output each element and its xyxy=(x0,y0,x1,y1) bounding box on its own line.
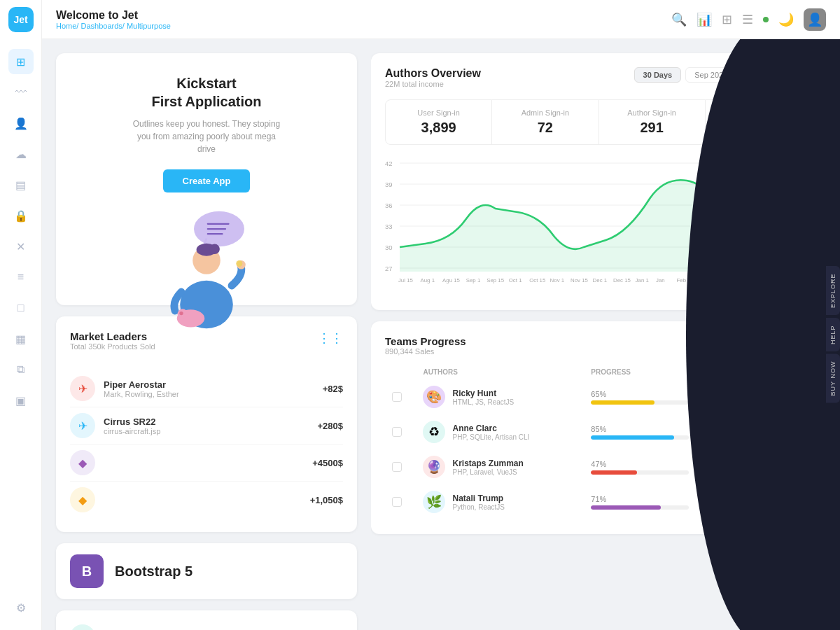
kickstart-card: Kickstart First Application Outlines kee… xyxy=(56,53,357,305)
sidebar-item-list[interactable]: ▤ xyxy=(8,172,34,197)
market-leaders-title: Market Leaders xyxy=(70,330,155,342)
svg-text:Dec 1: Dec 1 xyxy=(593,277,608,284)
help-tab[interactable]: Help xyxy=(826,318,840,351)
explore-tab[interactable]: Explore xyxy=(826,267,840,316)
sidebar-item-layers[interactable]: ⧉ xyxy=(8,357,34,382)
illustration xyxy=(144,204,270,330)
bootstrap-card: B Bootstrap 5 xyxy=(56,543,357,599)
progress-bar xyxy=(591,470,689,475)
progress-bar xyxy=(591,435,689,440)
stat-admin-signin: Admin Sign-in 72 xyxy=(492,100,598,144)
row-author-cell: ♻ Anne Clarc PHP, SQLite, Artisan CLI xyxy=(417,415,584,449)
teams-title: Teams Progress xyxy=(385,335,686,347)
svg-text:33: 33 xyxy=(385,223,393,230)
progress-bar xyxy=(591,400,689,405)
tab-30days[interactable]: 30 Days xyxy=(634,67,682,83)
author-avatar: ♻ xyxy=(423,421,445,443)
row-checkbox xyxy=(386,380,416,414)
menu-icon[interactable]: ☰ xyxy=(742,12,753,27)
kickstart-title: Kickstart First Application xyxy=(151,74,261,111)
sidebar-item-settings[interactable]: ⚙ xyxy=(8,595,34,620)
market-logo-4: ◆ xyxy=(70,487,95,512)
author-avatar: 🎨 xyxy=(423,386,445,408)
market-item-5: ◆ Cessna SF150 cessna-aircraft.class.jsp… xyxy=(70,619,343,630)
svg-text:Agu 15: Agu 15 xyxy=(442,277,460,284)
header: Welcome to Jet Home/ Dashboards/ Multipu… xyxy=(42,0,840,39)
svg-text:Jan 1: Jan 1 xyxy=(636,277,649,284)
sidebar-item-analytics[interactable]: 〰 xyxy=(8,80,34,105)
svg-text:Oct 1: Oct 1 xyxy=(509,277,522,284)
market-logo-1: ✈ xyxy=(70,376,95,401)
svg-text:Nov 1: Nov 1 xyxy=(550,277,565,284)
svg-text:Sep 1: Sep 1 xyxy=(466,277,481,284)
market-logo-2: ✈ xyxy=(70,413,95,438)
main-wrapper: Welcome to Jet Home/ Dashboards/ Multipu… xyxy=(42,0,840,630)
svg-text:Nov 15: Nov 15 xyxy=(570,277,588,284)
sidebar-item-inbox[interactable]: □ xyxy=(8,295,34,321)
sidebar-item-menu[interactable]: ≡ xyxy=(8,265,34,290)
apps-icon[interactable]: ⊞ xyxy=(722,12,732,27)
row-checkbox xyxy=(386,485,416,519)
progress-bar xyxy=(591,505,689,510)
svg-point-10 xyxy=(236,260,242,267)
svg-text:27: 27 xyxy=(385,265,393,272)
row-author-cell: 🌿 Natali Trump Python, ReactJS xyxy=(417,485,584,519)
sidebar-item-close[interactable]: ✕ xyxy=(8,234,34,259)
content-area: Kickstart First Application Outlines kee… xyxy=(42,39,840,630)
svg-text:30: 30 xyxy=(385,244,393,251)
market-logo-5: ◆ xyxy=(70,624,95,630)
bootstrap-title: Bootstrap 5 xyxy=(115,564,192,580)
status-dot xyxy=(763,17,769,22)
market-item-1: ✈ Piper Aerostar Mark, Rowling, Esther +… xyxy=(70,370,343,407)
teams-subtitle: 890,344 Sales xyxy=(385,347,686,356)
stat-user-signin: User Sign-in 3,899 xyxy=(386,100,492,144)
chart-icon[interactable]: 📊 xyxy=(696,12,712,27)
svg-text:Aug 1: Aug 1 xyxy=(420,277,435,284)
svg-point-13 xyxy=(179,312,183,315)
row-author-cell: 🎨 Ricky Hunt HTML, JS, ReactJS xyxy=(417,380,584,414)
market-leaders-more[interactable]: ⋮⋮ xyxy=(318,330,343,346)
left-panel: Kickstart First Application Outlines kee… xyxy=(42,39,371,630)
cessna-card: ◆ Cessna SF150 cessna-aircraft.class.jsp… xyxy=(56,610,357,630)
app-logo[interactable]: Jet xyxy=(8,7,34,32)
market-item-4: ◆ +1,050$ xyxy=(70,482,343,518)
search-icon[interactable]: 🔍 xyxy=(671,12,687,27)
stat-author-signin: Author Sign-in 291 xyxy=(599,100,706,144)
user-avatar[interactable]: 👤 xyxy=(804,8,826,31)
svg-text:36: 36 xyxy=(385,202,393,209)
kickstart-description: Outlines keep you honest. They stoping y… xyxy=(130,118,284,155)
authors-title: Authors Overview xyxy=(385,67,627,80)
svg-text:Dec 15: Dec 15 xyxy=(613,277,631,284)
market-item-3: ◆ +4500$ xyxy=(70,444,343,482)
buy-now-tab[interactable]: Buy now xyxy=(826,354,840,403)
author-avatar: 🌿 xyxy=(423,491,445,513)
svg-text:39: 39 xyxy=(385,181,393,188)
svg-text:Jan: Jan xyxy=(656,277,665,284)
sidebar-item-calendar[interactable]: ▦ xyxy=(8,326,34,351)
market-item-2: ✈ Cirrus SR22 cirrus-aircraft.jsp +280$ xyxy=(70,407,343,444)
sidebar-item-template[interactable]: ▣ xyxy=(8,388,34,413)
authors-income: 22M total income xyxy=(385,80,627,88)
market-logo-3: ◆ xyxy=(70,450,95,475)
author-avatar: 🔮 xyxy=(423,456,445,478)
svg-text:Oct 15: Oct 15 xyxy=(529,277,545,284)
page-title: Welcome to Jet xyxy=(56,9,671,22)
sidebar-item-dashboard[interactable]: ⊞ xyxy=(8,49,34,74)
bootstrap-icon: B xyxy=(70,554,104,588)
breadcrumb: Home/ Dashboards/ Multipurpose xyxy=(56,22,671,30)
moon-icon[interactable]: 🌙 xyxy=(778,12,794,27)
market-leaders-card: Market Leaders Total 350k Products Sold … xyxy=(56,316,357,532)
col-checkbox xyxy=(386,365,416,379)
svg-point-8 xyxy=(210,244,220,254)
create-app-button[interactable]: Create App xyxy=(163,169,251,192)
sidebar-item-cloud[interactable]: ☁ xyxy=(8,141,34,167)
sidebar-item-users[interactable]: 👤 xyxy=(8,111,34,136)
dark-arc xyxy=(686,39,840,630)
col-authors: AUTHORS xyxy=(417,365,584,379)
row-checkbox xyxy=(386,450,416,484)
svg-text:42: 42 xyxy=(385,160,393,167)
row-checkbox xyxy=(386,415,416,449)
sidebar-item-lock[interactable]: 🔒 xyxy=(8,203,34,228)
market-leaders-subtitle: Total 350k Products Sold xyxy=(70,342,155,351)
header-actions: 🔍 📊 ⊞ ☰ 🌙 👤 xyxy=(671,8,826,31)
